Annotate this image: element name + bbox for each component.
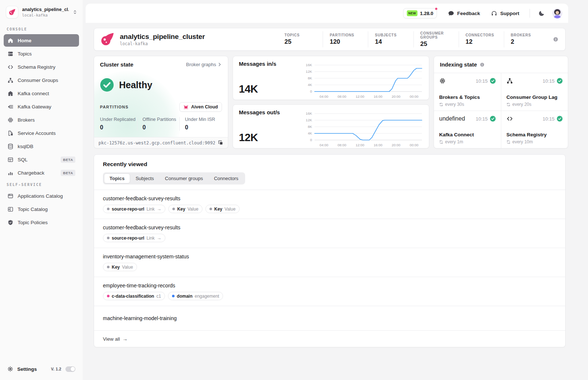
- tag-dot: [172, 208, 175, 210]
- sidebar-item-schema-registry[interactable]: Schema Registry: [4, 61, 79, 73]
- bootstrap-endpoint-bar: pkc-12576z.us-west2.gcp.confluent.cloud:…: [94, 137, 228, 148]
- cluster-stat-connectors[interactable]: CONNECTORS12: [459, 31, 504, 47]
- topic-tags: source-repo-urlLink→KeyValueKeyValue: [103, 205, 556, 213]
- indexing-cell-schema-registry[interactable]: 10:15Schema Registryevery 10m: [501, 111, 568, 148]
- version-pill[interactable]: NEW 1.28.0: [403, 8, 437, 18]
- sidebar-item-home[interactable]: Home: [4, 34, 79, 47]
- sidebar-item-ksqldb[interactable]: ksqlDB: [4, 140, 79, 153]
- svg-text:12K: 12K: [306, 118, 312, 122]
- tab-topics[interactable]: Topics: [104, 173, 130, 183]
- topic-tag-key[interactable]: KeyValue: [168, 205, 202, 213]
- indexing-cell-brokers-topics[interactable]: 10:15Brokers & Topicsevery 30s: [434, 73, 501, 111]
- cluster-stat-partitions[interactable]: PARTITIONS120: [323, 31, 368, 47]
- topic-tag-domain[interactable]: domainengagement: [168, 292, 223, 300]
- topic-tags: c-data-classificationc1domainengagement: [103, 292, 556, 300]
- cluster-stat-consumer-groups[interactable]: CONSUMER GROUPS25: [413, 31, 459, 47]
- tab-subjects[interactable]: Subjects: [130, 173, 159, 183]
- sidebar-item-topics[interactable]: Topics: [4, 47, 79, 60]
- sidebar-sections: CONSOLEHomeTopicsSchema RegistryConsumer…: [4, 24, 79, 229]
- topic-tag-c-data-classification[interactable]: c-data-classificationc1: [103, 292, 165, 300]
- recent-row-inventory-management-system-status[interactable]: inventory-management-system-statusKeyVal…: [94, 248, 565, 277]
- svg-text:04:00: 04:00: [320, 143, 329, 147]
- sidebar-item-kafka-gateway[interactable]: Kafka Gateway: [4, 100, 79, 113]
- tab-connectors[interactable]: Connectors: [208, 173, 244, 183]
- sidebar-item-consumer-groups[interactable]: Consumer Groups: [4, 74, 79, 86]
- topic-tag-source-repo-url[interactable]: source-repo-urlLink→: [103, 205, 165, 213]
- gear-icon: [7, 366, 13, 372]
- recent-row-customer-feedback-survey-results[interactable]: customer-feedback-survey-resultssource-r…: [94, 219, 565, 248]
- sidebar-item-topic-policies[interactable]: Topic Policies: [4, 216, 79, 229]
- refresh-icon: [506, 140, 510, 144]
- indexing-cell-name: Consumer Group Lag: [506, 94, 563, 100]
- workspace-switcher[interactable]: analytics_pipeline_cl... local-kafka: [4, 5, 79, 24]
- topic-name: machine-learning-model-training: [103, 315, 556, 321]
- info-icon[interactable]: [480, 62, 485, 67]
- cluster-subtitle: local-kafka: [120, 41, 278, 46]
- indexing-cell-kafka-connect[interactable]: undefined10:15Kafka Connectevery 1m: [434, 111, 501, 148]
- sidebar-item-label: Kafka connect: [18, 91, 49, 96]
- tag-label: source-repo-url: [112, 236, 144, 241]
- tag-value: Value: [122, 265, 133, 270]
- topic-name: customer-feedback-survey-results: [103, 225, 556, 230]
- feedback-button[interactable]: Feedback: [448, 10, 480, 17]
- healthy-check-icon: [100, 78, 114, 92]
- partition-stat-offline-partitions: Offline Partitions0: [137, 117, 180, 131]
- stat-label: CONSUMER GROUPS: [420, 31, 459, 39]
- sidebar-item-chargeback[interactable]: ChargebackBETA: [4, 166, 79, 179]
- sidebar-item-brokers[interactable]: Brokers: [4, 114, 79, 126]
- tag-label: Key: [112, 265, 120, 270]
- recent-row-employee-time-tracking-records[interactable]: employee-time-tracking-recordsc-data-cla…: [94, 277, 565, 306]
- chip-icon: [7, 117, 14, 123]
- sidebar-item-kafka-connect[interactable]: Kafka connect: [4, 87, 79, 100]
- sidebar-item-service-accounts[interactable]: Service Accounts: [4, 127, 79, 139]
- topic-tags: source-repo-urlLink→: [103, 234, 556, 242]
- version-number: 1.28.0: [420, 11, 433, 16]
- recent-row-machine-learning-model-training[interactable]: machine-learning-model-training: [94, 306, 565, 330]
- chevron-updown-icon[interactable]: [72, 10, 78, 15]
- topbar: NEW 1.28.0 Feedback Support: [86, 4, 568, 23]
- copy-icon[interactable]: [218, 140, 223, 146]
- partition-stats: Under Replicated0Offline Partitions0Unde…: [100, 117, 222, 131]
- sidebar-item-sql[interactable]: SQLBETA: [4, 153, 79, 166]
- support-button[interactable]: Support: [491, 10, 519, 17]
- settings-label[interactable]: Settings: [17, 366, 37, 372]
- cluster-stat-subjects[interactable]: SUBJECTS14: [368, 31, 413, 47]
- tag-label: source-repo-url: [112, 207, 144, 212]
- broker-graphs-link[interactable]: Broker graphs: [186, 62, 222, 67]
- chip-icon: [439, 78, 446, 84]
- tag-value: Link: [147, 207, 155, 212]
- topic-tag-key[interactable]: KeyValue: [103, 263, 137, 271]
- user-avatar[interactable]: [552, 8, 562, 18]
- sidebar-item-label: Kafka Gateway: [18, 104, 51, 110]
- svg-text:8K: 8K: [308, 76, 312, 80]
- chevron-right-icon: [217, 62, 222, 67]
- provider-badge[interactable]: Aiven Cloud: [179, 102, 222, 112]
- tag-dot: [107, 266, 110, 268]
- stat-label: SUBJECTS: [375, 33, 413, 37]
- code-icon: [506, 115, 513, 122]
- topic-name: customer-feedback-survey-results: [103, 196, 556, 201]
- sidebar-item-topic-catalog[interactable]: Topic Catalog: [4, 203, 79, 215]
- dark-mode-toggle[interactable]: [538, 10, 545, 17]
- stat-value: 14: [375, 38, 413, 46]
- partition-stat-under-min-isr: Under Min ISR0: [179, 117, 222, 131]
- aiven-crab-icon: [183, 104, 189, 110]
- topic-tag-source-repo-url[interactable]: source-repo-urlLink→: [103, 234, 165, 242]
- recently-viewed-card: Recently viewed TopicsSubjectsConsumer g…: [94, 154, 566, 347]
- tab-consumer-groups[interactable]: Consumer groups: [159, 173, 208, 183]
- theme-toggle[interactable]: [65, 366, 75, 372]
- cluster-stat-topics[interactable]: TOPICS25: [278, 31, 323, 47]
- svg-text:08:00: 08:00: [338, 94, 347, 98]
- headphones-icon: [491, 10, 497, 17]
- cluster-stat-brokers[interactable]: BROKERS2: [504, 31, 549, 47]
- stat-value: 0: [185, 124, 222, 131]
- topic-tag-key[interactable]: KeyValue: [205, 205, 240, 213]
- tag-label: c-data-classification: [112, 294, 154, 299]
- cluster-state-card: Cluster state Broker graphs Healthy PART…: [94, 56, 228, 148]
- recent-row-customer-feedback-survey-results[interactable]: customer-feedback-survey-resultssource-r…: [94, 190, 565, 219]
- sidebar-item-applications-catalog[interactable]: Applications Catalog: [4, 190, 79, 202]
- info-icon[interactable]: [553, 36, 559, 42]
- svg-text:4K: 4K: [308, 83, 312, 87]
- view-all-button[interactable]: View all →: [94, 330, 565, 347]
- indexing-cell-consumer-group-lag[interactable]: 10:15Consumer Group Lagevery 20s: [501, 73, 568, 111]
